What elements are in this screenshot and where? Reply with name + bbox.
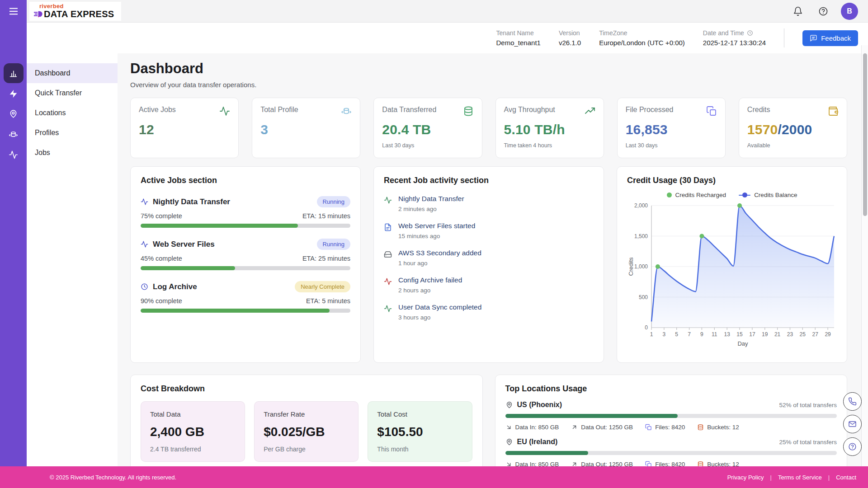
stat-label: Data Transferred	[382, 106, 436, 114]
svg-text:9: 9	[700, 331, 703, 338]
panel-title: Top Locations Usage	[505, 384, 837, 394]
tile-label: Transfer Rate	[264, 410, 349, 418]
copyright-text: © 2025 Riverbed Technology. All rights r…	[50, 474, 176, 481]
location-share: 25% of total transfers	[779, 439, 837, 446]
sidebar-item-dashboard[interactable]: Dashboard	[27, 63, 118, 83]
help-button[interactable]	[816, 4, 831, 19]
stat-value: 20.4 TB	[382, 122, 473, 137]
support-help-button[interactable]	[843, 437, 862, 456]
page-title: Dashboard	[130, 61, 847, 77]
rail-dashboard-button[interactable]	[4, 63, 24, 83]
sidebar-item-quick-transfer[interactable]: Quick Transfer	[27, 83, 118, 103]
activity-title[interactable]: Web Server Files started	[398, 222, 475, 230]
legend-dot-icon	[667, 192, 672, 197]
timezone-field: TimeZone Europe/London (UTC +0:00)	[599, 29, 685, 47]
svg-text:1: 1	[650, 331, 653, 338]
progress-bar	[141, 309, 350, 313]
database-icon	[463, 106, 474, 117]
legend-label: Credits Balance	[754, 192, 797, 198]
sidebar-item-profiles[interactable]: Profiles	[27, 123, 118, 143]
activity-title[interactable]: Nightly Data Transfer	[398, 195, 464, 203]
stat-label: Avg Throughput	[504, 106, 555, 114]
bell-icon	[793, 6, 803, 16]
panel-title: Cost Breakdown	[141, 384, 472, 394]
metric-data-in: Data In: 850 GB	[505, 424, 559, 431]
files-icon	[706, 106, 717, 117]
stat-card-file-processed: File Processed 16,853 Last 30 days	[617, 98, 726, 158]
envelope-icon	[848, 420, 857, 428]
legend-line-icon	[739, 192, 750, 197]
rail-jobs-button[interactable]	[4, 145, 24, 164]
question-circle-icon	[818, 6, 828, 16]
svg-text:13: 13	[724, 331, 731, 338]
stat-card-data-transferred: Data Transferred 20.4 TB Last 30 days	[373, 98, 482, 158]
bucket-icon	[697, 424, 704, 431]
rail-profiles-button[interactable]	[4, 124, 24, 144]
activity-title[interactable]: User Data Sync completed	[398, 303, 481, 311]
job-eta: ETA: 25 minutes	[302, 255, 350, 262]
metric-buckets: Buckets: 12	[697, 424, 739, 431]
activity-title[interactable]: AWS S3 Secondary added	[398, 249, 481, 257]
phone-button[interactable]	[843, 392, 862, 411]
svg-text:7: 7	[688, 331, 691, 338]
svg-text:2,000: 2,000	[634, 202, 648, 209]
email-button[interactable]	[843, 415, 862, 433]
rail-locations-button[interactable]	[4, 104, 24, 124]
stat-value: 12	[139, 122, 230, 137]
activity-item: AWS S3 Secondary added 1 hour ago	[384, 249, 594, 267]
svg-text:Credits: Credits	[627, 257, 634, 276]
phone-icon	[848, 397, 857, 406]
job-row: Web Server Files Running 45% completeETA…	[141, 239, 350, 270]
recent-activity-panel: Recent Job activity section Nightly Data…	[373, 166, 604, 363]
terms-of-service-link[interactable]: Terms of Service	[778, 474, 822, 481]
hamburger-menu-icon[interactable]	[0, 0, 27, 23]
activity-item: Nightly Data Transfer 2 minutes ago	[384, 195, 594, 212]
activity-title[interactable]: Config Archive failed	[398, 276, 462, 284]
feedback-button[interactable]: Feedback	[802, 30, 858, 46]
top-bar: riverbed DATA EXPRESS B	[27, 0, 868, 23]
job-row: Log Archive Nearly Complete 90% complete…	[141, 281, 350, 313]
svg-text:19: 19	[762, 331, 768, 338]
tenant-name-field: Tenant Name Demo_tenant1	[496, 29, 541, 47]
activity-item: Web Server Files started 15 minutes ago	[384, 222, 594, 239]
tile-sub: This month	[377, 446, 462, 453]
rail-quick-transfer-button[interactable]	[4, 84, 24, 103]
user-avatar[interactable]: B	[841, 3, 858, 20]
link-separator: |	[770, 474, 772, 481]
cost-breakdown-panel: Cost Breakdown Total Data 2,400 GB 2.4 T…	[130, 375, 483, 466]
top-locations-panel: Top Locations Usage US (Phoenix) 52% of …	[495, 375, 848, 466]
files-icon	[645, 461, 652, 466]
chart-legend: Credits Recharged Credits Balance	[627, 192, 837, 198]
scrollbar-thumb[interactable]	[863, 53, 867, 216]
app-shell: riverbed DATA EXPRESS B Tenant Name	[0, 0, 868, 466]
location-progress-bar	[505, 451, 837, 455]
location-share: 52% of total transfers	[779, 402, 837, 408]
stat-card-active-jobs: Active Jobs 12	[130, 98, 239, 158]
sidebar-item-locations[interactable]: Locations	[27, 103, 118, 123]
svg-text:17: 17	[749, 331, 755, 338]
tile-sub: 2.4 TB transferred	[150, 446, 236, 453]
activity-icon	[384, 305, 392, 313]
location-progress-bar	[505, 414, 837, 418]
svg-text:0: 0	[645, 324, 648, 331]
activity-item: Config Archive failed 2 hours ago	[384, 276, 594, 294]
job-percent: 90% complete	[141, 297, 182, 305]
sidebar-item-jobs[interactable]: Jobs	[27, 143, 118, 163]
notifications-button[interactable]	[790, 4, 806, 19]
stat-value: 3	[260, 122, 352, 137]
clock-icon	[747, 30, 753, 36]
bar-chart-icon	[9, 69, 18, 78]
contact-link[interactable]: Contact	[836, 474, 856, 481]
stat-label: Active Jobs	[139, 106, 176, 114]
datetime-field: Date and Time 2025-12-17 13:30:24	[703, 29, 766, 47]
stat-label: File Processed	[626, 106, 674, 114]
floating-contact-buttons	[843, 392, 862, 456]
database-transfer-icon	[9, 130, 18, 139]
svg-text:15: 15	[736, 331, 743, 338]
activity-time: 15 minutes ago	[398, 233, 475, 239]
arrow-up-right-icon	[571, 424, 578, 431]
svg-text:21: 21	[774, 331, 781, 338]
location-name: EU (Ireland)	[517, 438, 558, 446]
datetime-label: Date and Time	[703, 29, 744, 37]
privacy-policy-link[interactable]: Privacy Policy	[727, 474, 764, 481]
